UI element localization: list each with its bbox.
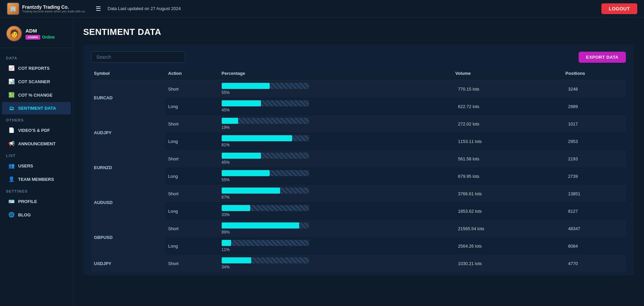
positions-cell: 2953: [563, 133, 626, 150]
symbol-cell: AUDJPY: [91, 115, 165, 150]
percentage-cell: 33%: [219, 202, 453, 220]
table-toolbar: EXPORT DATA: [91, 51, 626, 63]
positions-cell: 2989: [563, 98, 626, 115]
table-row: GBPUSDShort89%21565.54 lots48347: [91, 220, 626, 237]
action-cell: Short: [165, 150, 219, 167]
avatar: 🧑: [6, 26, 22, 42]
sidebar-label-announcement: ANNOUNCEMENT: [18, 141, 56, 146]
trending-icon: 💹: [8, 92, 15, 98]
logo-avatar: 🏢: [7, 2, 19, 15]
export-button[interactable]: EXPORT DATA: [579, 52, 626, 63]
percentage-cell: 67%: [219, 185, 453, 202]
table-row: Long45%622.72 lots2989: [91, 98, 626, 115]
action-cell: Short: [165, 115, 219, 133]
positions-cell: 3248: [563, 80, 626, 98]
volume-cell: 679.95 lots: [453, 167, 563, 185]
user-info: ADM ADMIN Online: [25, 28, 55, 40]
volume-cell: 21565.54 lots: [453, 220, 563, 237]
percentage-cell: 55%: [219, 80, 453, 98]
positions-cell: 2739: [563, 167, 626, 185]
sidebar-label-team-members: TEAM MEMBERS: [18, 177, 54, 182]
announcement-icon: 📢: [8, 141, 15, 147]
positions-cell: 13851: [563, 185, 626, 202]
action-cell: Long: [165, 98, 219, 115]
sidebar-item-videos-pdf[interactable]: 📄 VIDEO'S & PDF: [2, 124, 71, 137]
topbar: 🏢 Frantzdy Trading Co. Trading become ea…: [0, 0, 644, 17]
table-body: EURCADShort55%770.15 lots3248Long45%622.…: [91, 80, 626, 272]
users-icon: 👥: [8, 163, 15, 169]
sidebar-label-blog: BLOG: [18, 212, 31, 217]
action-cell: Short: [165, 185, 219, 202]
action-cell: Long: [165, 133, 219, 150]
user-name: ADM: [25, 28, 55, 34]
volume-cell: 622.72 lots: [453, 98, 563, 115]
positions-cell: 1017: [563, 115, 626, 133]
percentage-cell: 45%: [219, 150, 453, 167]
volume-cell: 3766.61 lots: [453, 185, 563, 202]
search-input[interactable]: [91, 51, 185, 63]
action-cell: Short: [165, 220, 219, 237]
sidebar-section-list: LIST: [0, 152, 73, 159]
positions-cell: 2193: [563, 150, 626, 167]
sidebar-label-users: USERS: [18, 163, 33, 168]
id-card-icon: 🪪: [8, 198, 15, 204]
positions-cell: 48347: [563, 220, 626, 237]
table-row: AUDJPYShort19%272.02 lots1017: [91, 115, 626, 133]
sidebar-label-profile: PROFILE: [18, 199, 37, 204]
document-icon: 📄: [8, 127, 15, 133]
action-cell: Short: [165, 80, 219, 98]
volume-cell: 561.58 lots: [453, 150, 563, 167]
sidebar-label-cot-reports: COT REPORTS: [18, 66, 50, 71]
bar-chart-icon: 📊: [8, 79, 15, 85]
update-text: Data Last updated on 27 August 2024: [108, 6, 595, 11]
sidebar-section-settings: SETTINGS: [0, 187, 73, 195]
sidebar-label-cot-scanner: COT SCANNER: [18, 79, 50, 84]
sidebar-item-cot-reports[interactable]: 📈 COT REPORTS: [2, 62, 71, 74]
volume-cell: 1153.11 lots: [453, 133, 563, 150]
volume-cell: 1030.21 lots: [453, 255, 563, 272]
sidebar-item-profile[interactable]: 🪪 PROFILE: [2, 195, 71, 208]
table-header: Symbol Action Percentage Volume Position…: [91, 69, 626, 80]
percentage-cell: 34%: [219, 255, 453, 272]
positions-cell: 4770: [563, 255, 626, 272]
volume-cell: 770.15 lots: [453, 80, 563, 98]
sidebar-item-cot-change[interactable]: 💹 COT % CHANGE: [2, 89, 71, 101]
sidebar-item-blog[interactable]: 🌐 BLOG: [2, 208, 71, 221]
volume-cell: 272.02 lots: [453, 115, 563, 133]
main-layout: 🧑 ADM ADMIN Online DATA 📈 COT REPORTS 📊 …: [0, 17, 644, 306]
percentage-cell: 55%: [219, 167, 453, 185]
sidebar-label-sentiment-data: SENTIMENT DATA: [18, 106, 56, 111]
sidebar-item-team-members[interactable]: 👤 TEAM MEMBERS: [2, 173, 71, 186]
user-badges: ADMIN Online: [25, 35, 55, 40]
person-icon: 👤: [8, 176, 15, 182]
sidebar-section-others: OTHERS: [0, 116, 73, 123]
page-title: SENTIMENT DATA: [83, 27, 634, 37]
percentage-cell: 89%: [219, 220, 453, 237]
col-positions: Positions: [563, 69, 626, 80]
col-action: Action: [165, 69, 219, 80]
col-percentage: Percentage: [219, 69, 453, 80]
table-row: EURNZDShort45%561.58 lots2193: [91, 150, 626, 167]
sentiment-table: Symbol Action Percentage Volume Position…: [91, 69, 626, 272]
table-row: USDJPYShort34%1030.21 lots4770: [91, 255, 626, 272]
chart-line-icon: 📈: [8, 65, 15, 71]
sidebar-label-videos-pdf: VIDEO'S & PDF: [18, 128, 50, 133]
volume-cell: 2564.26 lots: [453, 237, 563, 255]
positions-cell: 8084: [563, 237, 626, 255]
hamburger-icon[interactable]: ☰: [96, 5, 101, 12]
table-row: AUDUSDShort67%3766.61 lots13851: [91, 185, 626, 202]
percentage-cell: 19%: [219, 115, 453, 133]
sidebar-item-users[interactable]: 👥 USERS: [2, 159, 71, 172]
symbol-cell: USDJPY: [91, 255, 165, 272]
sidebar-item-announcement[interactable]: 📢 ANNOUNCEMENT: [2, 137, 71, 150]
globe-icon: 🌐: [8, 212, 15, 218]
symbol-cell: EURNZD: [91, 150, 165, 185]
logout-button[interactable]: LOGOUT: [601, 3, 637, 14]
col-volume: Volume: [453, 69, 563, 80]
percentage-cell: 45%: [219, 98, 453, 115]
admin-badge: ADMIN: [25, 35, 40, 40]
action-cell: Long: [165, 237, 219, 255]
symbol-cell: AUDUSD: [91, 185, 165, 220]
sidebar-item-cot-scanner[interactable]: 📊 COT SCANNER: [2, 75, 71, 88]
sidebar-item-sentiment-data[interactable]: 🗂 SENTIMENT DATA: [2, 102, 71, 114]
